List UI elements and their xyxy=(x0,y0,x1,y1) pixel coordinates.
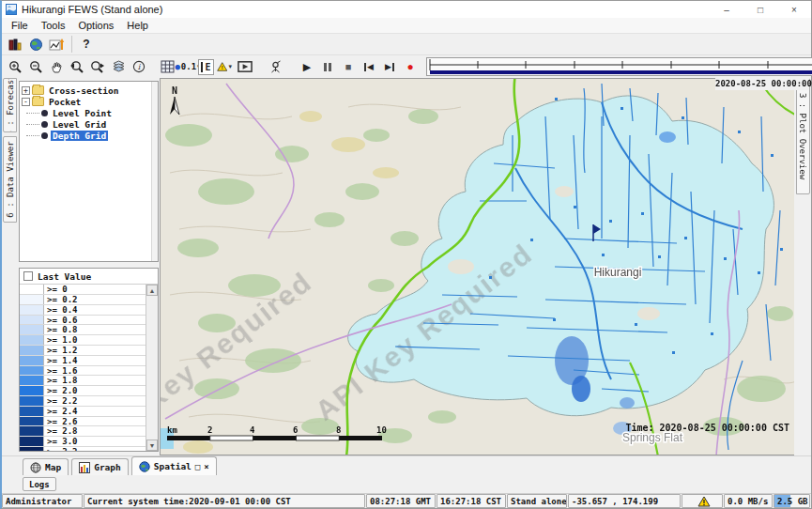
step-forward-button[interactable]: ▶ xyxy=(379,57,400,76)
legend-row[interactable]: >= 3.2 xyxy=(20,447,146,451)
legend-row[interactable]: >= 0.8 xyxy=(20,325,146,335)
timeseries-dialog-button[interactable] xyxy=(46,35,68,54)
tab-map[interactable]: Map xyxy=(23,458,69,475)
tab-graph[interactable]: Graph xyxy=(71,458,129,475)
globe-icon xyxy=(29,38,43,52)
zoom-in-button[interactable] xyxy=(5,57,25,76)
menu-options[interactable]: Options xyxy=(71,19,120,32)
tree-item-label[interactable]: Pocket xyxy=(47,97,83,107)
tree-row[interactable]: +Cross-section xyxy=(22,85,151,96)
legend-color-swatch xyxy=(20,437,44,446)
legend-row[interactable]: >= 1.4 xyxy=(20,356,146,366)
legend-scrollbar[interactable]: ▲ ▼ xyxy=(146,285,158,451)
legend-row[interactable]: >= 2.2 xyxy=(20,396,146,407)
tree-row[interactable]: Depth Grid xyxy=(22,130,151,141)
close-button[interactable]: × xyxy=(777,2,811,18)
contour-value-dropdown[interactable]: ●0.1 ▾ xyxy=(177,57,198,76)
map-time-label: Time: 2020-08-25 00:00:00 CST xyxy=(625,423,789,433)
legend-row[interactable]: >= 2.8 xyxy=(20,426,146,437)
filter-tree: +Cross-section-PocketLevel PointLevel Gr… xyxy=(20,82,151,261)
scroll-down-icon[interactable]: ▼ xyxy=(146,440,158,451)
svg-text:km: km xyxy=(167,425,177,435)
menu-help[interactable]: Help xyxy=(120,19,155,32)
legend-row-label: >= 0.8 xyxy=(44,325,146,334)
legend-row[interactable]: >= 1.6 xyxy=(20,366,146,377)
pause-button[interactable] xyxy=(317,57,338,76)
legend-row[interactable]: >= 1.2 xyxy=(20,346,146,356)
tree-row[interactable]: Level Grid xyxy=(22,118,151,130)
legend-row[interactable]: >= 1.8 xyxy=(20,376,146,386)
minimize-button[interactable]: – xyxy=(710,2,743,18)
label-tool-button[interactable]: E xyxy=(198,59,214,75)
legend-row[interactable]: >= 0.6 xyxy=(20,316,146,326)
legend-row[interactable]: >= 0.4 xyxy=(20,305,146,316)
place-label-hikurangi: Hikurangi xyxy=(594,266,642,279)
thresholds-dropdown[interactable]: ! ▾ xyxy=(214,57,235,76)
timeline-slider[interactable] xyxy=(426,57,812,76)
tab-spatial[interactable]: Spatial □ × xyxy=(131,456,217,475)
tree-item-label[interactable]: Level Point xyxy=(51,108,114,118)
tab-restore-icon[interactable]: □ xyxy=(195,462,200,471)
profile-tool-button[interactable] xyxy=(265,57,285,76)
legend-row-label: >= 1.8 xyxy=(44,376,146,385)
layers-button[interactable] xyxy=(108,57,129,76)
timeline-current-time: 2020-08-25 00:00:00 CST xyxy=(715,77,809,90)
expand-icon[interactable]: + xyxy=(22,86,30,95)
tree-scrollbar[interactable] xyxy=(151,82,158,261)
tree-connector xyxy=(26,124,39,125)
menu-file[interactable]: File xyxy=(5,19,35,32)
step-back-button[interactable]: ◀ xyxy=(359,57,379,76)
status-user: Administrator xyxy=(2,494,83,508)
help-button[interactable]: ? xyxy=(76,35,97,54)
legend-row[interactable]: >= 2.4 xyxy=(20,407,146,417)
legend-color-swatch xyxy=(20,376,44,385)
map-viewport[interactable]: API Key Required API Key Required xyxy=(160,78,794,455)
legend-row-label: >= 0.6 xyxy=(44,316,146,325)
tree-row[interactable]: Level Point xyxy=(22,107,151,118)
svg-text:6: 6 xyxy=(293,425,298,435)
legend-color-swatch xyxy=(20,417,44,426)
legend-row[interactable]: >= 3.0 xyxy=(20,437,146,447)
maximize-button[interactable]: □ xyxy=(743,2,777,18)
tab-forecast[interactable]: 5 : Forecast xyxy=(3,78,17,132)
title-bar: Hikurangi FEWS (Stand alone) – □ × xyxy=(2,1,811,18)
tab-data-viewer[interactable]: 6 : Data Viewer xyxy=(3,136,17,223)
legend-row[interactable]: >= 2.0 xyxy=(20,386,146,396)
stop-button[interactable]: ■ xyxy=(338,57,359,76)
info-button[interactable]: i xyxy=(129,57,149,76)
tree-item-label[interactable]: Depth Grid xyxy=(51,131,108,141)
status-warning[interactable] xyxy=(682,494,723,508)
zoom-previous-button[interactable] xyxy=(67,57,87,76)
legend-row[interactable]: >= 2.6 xyxy=(20,417,146,427)
status-local-time: 16:27:18 CST xyxy=(437,494,506,508)
scroll-up-icon[interactable]: ▲ xyxy=(146,285,158,296)
play-button[interactable]: ▶ xyxy=(297,57,317,76)
record-button[interactable]: ● xyxy=(400,57,421,76)
place-label-springs-flat: Springs Flat xyxy=(622,431,683,444)
zoom-next-button[interactable] xyxy=(87,57,108,76)
legend-color-swatch xyxy=(20,305,44,315)
window-title: Hikurangi FEWS (Stand alone) xyxy=(22,4,162,15)
tree-item-label[interactable]: Level Grid xyxy=(51,119,108,130)
tab-plot-overview[interactable]: 3 : Plot Overview xyxy=(796,78,810,194)
legend-row-label: >= 3.0 xyxy=(44,437,146,446)
map-display-button[interactable] xyxy=(25,35,46,54)
folder-icon xyxy=(32,97,44,106)
status-gmt-time: 08:27:18 GMT xyxy=(366,494,436,508)
tree-item-label[interactable]: Cross-section xyxy=(47,85,120,96)
menu-tools[interactable]: Tools xyxy=(35,19,72,32)
legend-row[interactable]: >= 1.0 xyxy=(20,335,146,346)
timeline-extent-bar[interactable] xyxy=(430,70,812,74)
last-value-checkbox[interactable] xyxy=(23,271,33,281)
zoom-out-button[interactable] xyxy=(25,57,46,76)
status-bar: Administrator Current system time:2020-0… xyxy=(2,493,811,508)
tree-row[interactable]: -Pocket xyxy=(22,96,151,107)
database-viewer-button[interactable] xyxy=(5,35,25,54)
legend-row[interactable]: >= 0.2 xyxy=(20,295,146,305)
legend-row[interactable]: >= 0 xyxy=(20,285,146,295)
logs-button[interactable]: Logs xyxy=(23,477,56,491)
tab-close-icon[interactable]: × xyxy=(204,462,208,471)
animation-player-button[interactable] xyxy=(235,57,255,76)
pan-button[interactable] xyxy=(46,57,67,76)
collapse-icon[interactable]: - xyxy=(22,98,30,106)
